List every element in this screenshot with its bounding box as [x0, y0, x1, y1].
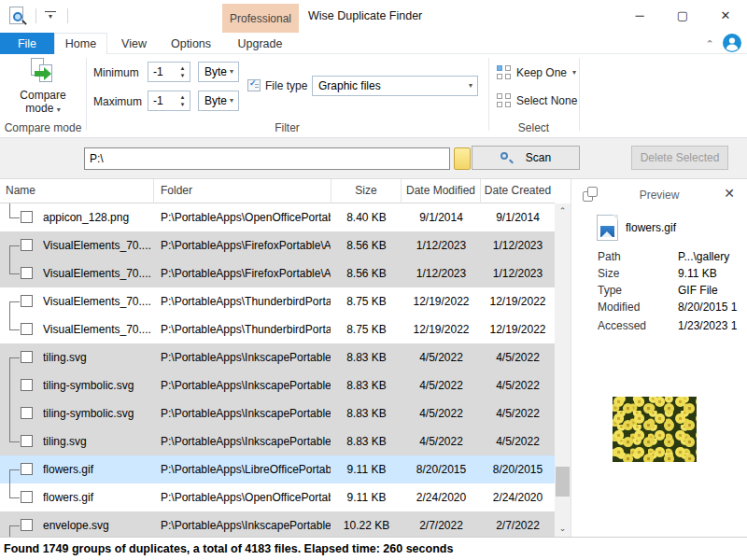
scroll-down-icon[interactable]: ⌄: [555, 521, 571, 537]
collapse-ribbon-icon[interactable]: ⌃: [702, 36, 717, 51]
maximize-button[interactable]: ▢: [661, 0, 704, 30]
table-row[interactable]: flowers.gif P:\PortableApps\LibreOfficeP…: [0, 455, 555, 483]
tab-file[interactable]: File: [0, 33, 54, 54]
row-checkbox[interactable]: [21, 351, 33, 363]
scrollbar-thumb[interactable]: [556, 467, 570, 497]
table-row[interactable]: tiling.svg P:\PortableApps\InkscapePorta…: [0, 343, 555, 371]
table-row[interactable]: tiling-symbolic.svg P:\PortableApps\Inks…: [0, 371, 555, 399]
ribbon: Compare mode ▾ Compare mode Minimum -1 ▲…: [0, 54, 747, 138]
titlebar: ▾ Professional Wise Duplicate Finder ─ ▢…: [0, 0, 747, 33]
browse-folder-button[interactable]: [454, 147, 471, 170]
filter-group-label: Filter: [86, 121, 488, 134]
file-folder: P:\PortableApps\ThunderbirdPortabl...: [161, 315, 331, 343]
file-date-modified: 1/12/2023: [402, 259, 481, 287]
table-row[interactable]: VisualElements_70.... P:\PortableApps\Th…: [0, 315, 555, 343]
row-checkbox[interactable]: [21, 211, 33, 223]
file-size: 8.83 KB: [331, 371, 402, 399]
minimum-spinner[interactable]: -1 ▲▼: [148, 62, 190, 82]
maximum-unit-dropdown[interactable]: Byte ▾: [198, 91, 239, 111]
ribbon-tabs: File Home View Options Upgrade ⌃: [0, 33, 747, 54]
file-folder: P:\PortableApps\InkscapePortable\...: [161, 343, 331, 371]
file-type-label: File type: [265, 79, 307, 92]
chevron-down-icon: ▾: [230, 91, 233, 110]
table-row[interactable]: tiling.svg P:\PortableApps\InkscapePorta…: [0, 427, 555, 455]
group-tree-connector: [0, 483, 19, 511]
column-header-name[interactable]: Name: [0, 179, 154, 203]
row-checkbox[interactable]: [21, 323, 33, 335]
column-header-folder[interactable]: Folder: [154, 179, 331, 203]
scan-button[interactable]: Scan: [472, 146, 580, 170]
close-button[interactable]: ✕: [704, 0, 747, 30]
table-row[interactable]: flowers.gif P:\PortableApps\OpenOfficePo…: [0, 483, 555, 511]
group-tree-connector: [0, 259, 19, 287]
table-row[interactable]: appicon_128.png P:\PortableApps\OpenOffi…: [0, 203, 555, 231]
row-checkbox[interactable]: [21, 463, 33, 475]
path-input[interactable]: [84, 147, 450, 170]
detail-value: GIF File: [678, 284, 718, 297]
keep-one-button[interactable]: Keep One ▾: [497, 65, 576, 79]
row-checkbox[interactable]: [21, 239, 33, 251]
file-name: envelope.svg: [43, 511, 153, 537]
row-checkbox[interactable]: [21, 435, 33, 447]
file-size: 8.83 KB: [331, 427, 402, 455]
column-header-size[interactable]: Size: [331, 179, 402, 203]
select-none-button[interactable]: Select None: [497, 93, 577, 107]
file-date-created: 9/1/2014: [481, 203, 555, 231]
table-row[interactable]: VisualElements_70.... P:\PortableApps\Fi…: [0, 231, 555, 259]
detail-value: P...\gallery: [678, 250, 729, 263]
row-checkbox[interactable]: [21, 519, 33, 531]
minimum-unit-dropdown[interactable]: Byte ▾: [198, 62, 239, 82]
status-text: Found 1749 groups of duplicates, a total…: [0, 542, 453, 555]
vertical-scrollbar[interactable]: ⌃ ⌄: [555, 203, 571, 537]
file-date-created: 4/5/2022: [481, 371, 555, 399]
table-row[interactable]: envelope.svg P:\PortableApps\InkscapePor…: [0, 511, 555, 537]
column-header-date-modified[interactable]: Date Modified: [402, 179, 481, 203]
column-header-date-created[interactable]: Date Created: [481, 179, 555, 203]
table-row[interactable]: VisualElements_70.... P:\PortableApps\Th…: [0, 287, 555, 315]
file-date-created: 4/5/2022: [481, 343, 555, 371]
tab-options[interactable]: Options: [161, 33, 221, 54]
row-checkbox[interactable]: [21, 295, 33, 307]
minimize-button[interactable]: ─: [618, 0, 661, 30]
row-checkbox[interactable]: [21, 491, 33, 503]
maximum-spinner[interactable]: -1 ▲▼: [148, 91, 190, 111]
qat-separator: [67, 8, 68, 23]
file-size: 8.56 KB: [331, 231, 402, 259]
file-size: 8.75 KB: [331, 287, 402, 315]
tab-view[interactable]: View: [107, 33, 161, 54]
file-date-modified: 12/19/2022: [402, 315, 481, 343]
scroll-up-icon[interactable]: ⌃: [555, 203, 571, 219]
select-none-icon: [497, 93, 511, 107]
file-name: flowers.gif: [43, 455, 153, 483]
row-checkbox[interactable]: [21, 407, 33, 419]
spinner-arrows-icon[interactable]: ▲▼: [178, 63, 187, 80]
ribbon-separator: [579, 58, 580, 131]
row-checkbox[interactable]: [21, 267, 33, 279]
detail-value: 8/20/2015 1: [678, 301, 737, 314]
account-icon[interactable]: [723, 34, 741, 52]
file-type-dropdown[interactable]: Graphic files ▾: [312, 76, 478, 96]
preview-thumbnail: [613, 397, 697, 462]
file-date-created: 4/5/2022: [481, 399, 555, 427]
file-date-modified: 4/5/2022: [402, 427, 481, 455]
group-tree-connector: [0, 343, 19, 371]
file-date-modified: 4/5/2022: [402, 399, 481, 427]
select-group-label: Select: [488, 121, 579, 134]
select-none-label: Select None: [516, 94, 577, 107]
tab-home[interactable]: Home: [54, 33, 107, 55]
compare-mode-button[interactable]: Compare mode ▾: [6, 56, 80, 119]
file-folder: P:\PortableApps\InkscapePortable\...: [161, 511, 331, 537]
tab-upgrade[interactable]: Upgrade: [221, 33, 299, 54]
delete-selected-button[interactable]: Delete Selected: [631, 146, 728, 170]
table-row[interactable]: VisualElements_70.... P:\PortableApps\Fi…: [0, 259, 555, 287]
ribbon-separator: [86, 58, 87, 131]
spinner-arrows-icon[interactable]: ▲▼: [178, 92, 187, 109]
table-row[interactable]: tiling-symbolic.svg P:\PortableApps\Inks…: [0, 399, 555, 427]
preview-panel: Preview ✕ flowers.gif PathP...\gallery S…: [571, 179, 747, 537]
table-header: Name Folder Size Date Modified Date Crea…: [0, 179, 555, 203]
row-checkbox[interactable]: [21, 379, 33, 391]
keep-one-label: Keep One: [516, 66, 567, 79]
quick-access-dropdown-icon[interactable]: ▾: [45, 11, 56, 21]
close-preview-icon[interactable]: ✕: [721, 185, 738, 202]
file-folder: P:\PortableApps\LibreOfficePortable...: [161, 455, 331, 483]
